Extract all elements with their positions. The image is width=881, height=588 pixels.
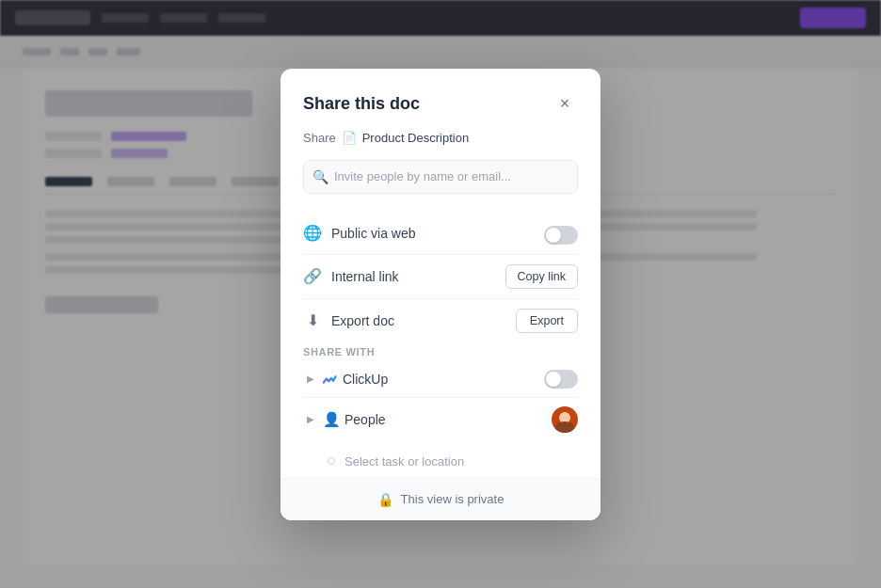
- lock-icon: 🔒: [377, 492, 393, 507]
- copy-link-button[interactable]: Copy link: [505, 264, 578, 289]
- clickup-chevron[interactable]: ▶: [303, 372, 318, 387]
- doc-name: Product Description: [362, 131, 469, 145]
- clickup-logo-icon: [322, 371, 339, 388]
- share-with-label: SHARE WITH: [303, 346, 578, 358]
- export-doc-label: Export doc: [331, 313, 506, 328]
- public-via-web-toggle[interactable]: [544, 226, 578, 245]
- modal-header: Share this doc ×: [303, 91, 578, 118]
- close-button[interactable]: ×: [552, 91, 578, 118]
- search-icon: 🔍: [312, 169, 328, 184]
- people-row: ▶ 👤 People: [303, 398, 578, 441]
- share-modal: Share this doc × Share 📄 Product Descrip…: [280, 69, 601, 520]
- people-chevron[interactable]: ▶: [303, 412, 318, 427]
- modal-title: Share this doc: [303, 94, 420, 114]
- internal-link-label: Internal link: [331, 269, 496, 284]
- export-doc-action: Export: [516, 309, 578, 333]
- public-via-web-label: Public via web: [331, 226, 535, 241]
- link-icon: 🔗: [303, 267, 322, 286]
- document-icon: 📄: [342, 131, 357, 145]
- export-icon: ⬇: [303, 311, 322, 330]
- select-task-row[interactable]: Select task or location: [303, 445, 578, 478]
- share-with-section: SHARE WITH ▶ ClickUp: [303, 346, 578, 441]
- modal-body: Share this doc × Share 📄 Product Descrip…: [280, 69, 601, 478]
- internal-link-action: Copy link: [505, 264, 578, 289]
- subtitle-prefix: Share: [303, 131, 336, 145]
- people-label: People: [344, 412, 548, 427]
- internal-link-row: 🔗 Internal link Copy link: [303, 255, 578, 299]
- close-icon: ×: [560, 94, 570, 114]
- task-dot-icon: [328, 457, 335, 465]
- export-doc-row: ⬇ Export doc Export: [303, 299, 578, 342]
- export-button[interactable]: Export: [516, 309, 578, 333]
- public-via-web-toggle-container: [544, 222, 578, 245]
- clickup-row: ▶ ClickUp: [303, 361, 578, 398]
- modal-footer: 🔒 This view is private: [280, 478, 601, 520]
- globe-icon: 🌐: [303, 224, 322, 243]
- clickup-label: ClickUp: [343, 372, 540, 387]
- public-via-web-row: 🌐 Public via web: [303, 213, 578, 255]
- share-subtitle: Share 📄 Product Description: [303, 131, 578, 145]
- share-options-section: 🌐 Public via web 🔗 Internal link Copy li…: [303, 213, 578, 342]
- user-avatar: [552, 406, 578, 433]
- select-task-label: Select task or location: [344, 454, 464, 469]
- footer-text: This view is private: [401, 492, 505, 506]
- invite-search-container: 🔍: [303, 160, 578, 194]
- invite-search-input[interactable]: [303, 160, 578, 194]
- clickup-toggle[interactable]: [544, 370, 578, 389]
- people-icon: 👤: [322, 410, 341, 429]
